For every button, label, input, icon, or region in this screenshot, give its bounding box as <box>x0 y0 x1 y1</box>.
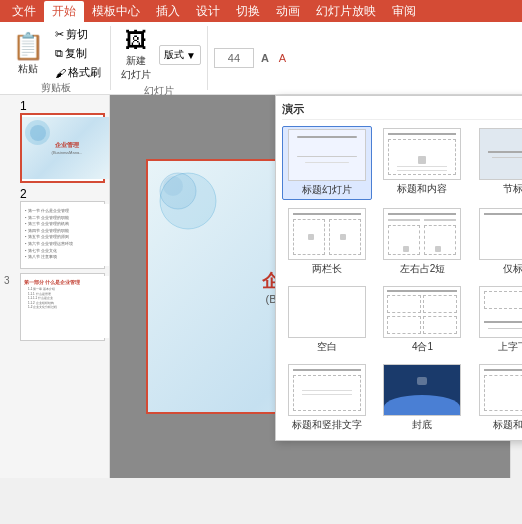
copy-button[interactable]: ⧉ 复制 <box>52 45 104 62</box>
slide-1-title: 企业管理 <box>55 141 79 150</box>
slide-3-preview: 第一部分 什么是企业管理 1-1 第一章 基本介绍 1.1.1 什么是管理 1.… <box>21 276 110 338</box>
format-brush-button[interactable]: 🖌 格式刷 <box>52 64 104 81</box>
slide-2-num: 2 <box>20 187 27 201</box>
slide-main: 企业管理培训 (BusinessManage...) 演示 标题幻灯片 <box>110 95 522 478</box>
lt-end-icon <box>417 377 427 385</box>
layout-item-vtitle[interactable]: 标题和文本 <box>473 362 522 434</box>
layout-name-tc: 标题和内容 <box>397 182 447 196</box>
layout-name-comp: 左右占2短 <box>400 262 446 276</box>
svg-point-2 <box>163 176 183 196</box>
lt-updown-sub <box>488 328 522 329</box>
lt-vert-content <box>293 375 361 411</box>
layout-section-label: 演示 <box>282 102 522 120</box>
lt-4on1-bl <box>387 316 421 334</box>
bold-button[interactable]: A <box>258 51 272 65</box>
ribbon-group-slides: 🖼 新建 幻灯片 版式 ▼ 幻灯片 <box>111 26 208 90</box>
slide-3-bg: 第一部分 什么是企业管理 1-1 第一章 基本介绍 1.1.1 什么是管理 1.… <box>21 276 110 338</box>
slide-2-line8: • 第八节 注意事项 <box>25 254 107 260</box>
lt-4on1-title <box>387 290 457 292</box>
lt-comp-title <box>388 213 456 215</box>
lt-section-line1 <box>488 151 522 153</box>
layout-button[interactable]: 版式 ▼ <box>159 45 201 65</box>
layout-item-title-slide[interactable]: 标题幻灯片 <box>282 126 372 200</box>
ribbon-content: 📋 粘贴 ✂ 剪切 ⧉ 复制 🖌 格式刷 <box>0 22 522 94</box>
menu-bar: 文件 开始 模板中心 插入 设计 切换 动画 幻灯片放映 审阅 <box>0 0 522 22</box>
menu-item-review[interactable]: 审阅 <box>384 1 424 22</box>
slide-1-preview: 企业管理 (BusinessMana... <box>22 117 110 179</box>
slide-2-line1: • 第一节 什么是企业管理 <box>25 208 107 214</box>
layout-label: 版式 <box>164 48 184 62</box>
scissors-icon: ✂ <box>55 28 64 41</box>
font-controls: A A <box>258 51 289 65</box>
layout-thumb-two <box>288 208 366 260</box>
lt-two-icon2 <box>340 234 346 240</box>
menu-item-insert[interactable]: 插入 <box>148 1 188 22</box>
font-size-box[interactable]: 44 <box>214 48 254 68</box>
layout-item-title-only[interactable]: 仅标题 <box>473 206 522 278</box>
layout-item-updown[interactable]: 上字下图 <box>473 284 522 356</box>
layout-name-updown: 上字下图 <box>498 340 522 354</box>
layout-thumb-section <box>479 128 522 180</box>
layout-item-4on1[interactable]: 4合1 <box>378 284 468 356</box>
layout-name-title-only: 仅标题 <box>503 262 522 276</box>
menu-item-home[interactable]: 开始 <box>44 1 84 22</box>
menu-item-design[interactable]: 设计 <box>188 1 228 22</box>
layout-item-tc[interactable]: 标题和内容 <box>378 126 468 200</box>
lt-two-icon1 <box>308 234 314 240</box>
copy-icon: ⧉ <box>55 47 63 60</box>
menu-item-switch[interactable]: 切换 <box>228 1 268 22</box>
font-color-button[interactable]: A <box>276 51 289 65</box>
layout-name-end: 封底 <box>412 418 432 432</box>
slide-thumb-3[interactable]: 第一部分 什么是企业管理 1-1 第一章 基本介绍 1.1.1 什么是管理 1.… <box>20 273 105 341</box>
lt-comp-rh <box>424 219 456 221</box>
lt-updown-top <box>484 291 522 309</box>
ribbon-rest: 44 A A <box>208 26 520 90</box>
lt-tc-line2 <box>397 170 447 171</box>
layout-item-vert[interactable]: 标题和竖排文字 <box>282 362 372 434</box>
layout-thumb-comp <box>383 208 461 260</box>
lt-vtitle-content <box>484 375 522 411</box>
slide-2-line6: • 第六节 企业管理运营环境 <box>25 241 107 247</box>
slide-2-container: 2 • 第一节 什么是企业管理 • 第二节 企业管理的职能 • 第三节 企业管理… <box>20 187 105 269</box>
cut-button[interactable]: ✂ 剪切 <box>52 26 104 43</box>
lt-title-bar-top <box>297 136 357 138</box>
layout-item-end[interactable]: 封底 <box>378 362 468 434</box>
slide-panel: 1 企业管理 (BusinessMana... 2 • 第一节 什么是 <box>0 95 110 478</box>
lt-updown-title <box>484 321 522 323</box>
new-slide-button[interactable]: 🖼 新建 幻灯片 <box>117 26 155 84</box>
menu-item-template[interactable]: 模板中心 <box>84 1 148 22</box>
menu-item-slideshow[interactable]: 幻灯片放映 <box>308 1 384 22</box>
layout-name-section: 节标题 <box>503 182 522 196</box>
layout-thumb-vtitle <box>479 364 522 416</box>
paste-button[interactable]: 📋 粘贴 <box>8 29 48 78</box>
layout-item-comp[interactable]: 左右占2短 <box>378 206 468 278</box>
slide-thumb-2[interactable]: • 第一节 什么是企业管理 • 第二节 企业管理的职能 • 第三节 企业管理的机… <box>20 201 105 269</box>
clipboard-inner: 📋 粘贴 ✂ 剪切 ⧉ 复制 🖌 格式刷 <box>8 26 104 81</box>
layout-item-section[interactable]: 节标题 <box>473 126 522 200</box>
menu-item-file[interactable]: 文件 <box>4 1 44 22</box>
slide-2-line7: • 第七节 企业文化 <box>25 248 107 254</box>
layout-item-two[interactable]: 两栏长 <box>282 206 372 278</box>
lt-4on1-br <box>423 316 457 334</box>
layout-thumb-tc <box>383 128 461 180</box>
lt-comp-li <box>403 246 409 252</box>
brush-icon: 🖌 <box>55 67 66 79</box>
layout-thumb-title-only <box>479 208 522 260</box>
layout-thumb-end <box>383 364 461 416</box>
lt-two-title <box>293 213 361 215</box>
slide-1-bg: 企业管理 (BusinessMana... <box>22 117 110 179</box>
lt-tc-content <box>388 139 456 175</box>
lt-tc-title <box>388 133 456 135</box>
paste-icon: 📋 <box>12 31 44 62</box>
layout-thumb-vert <box>288 364 366 416</box>
slide-thumb-1[interactable]: 企业管理 (BusinessMana... <box>20 113 105 183</box>
lt-4on1-tr <box>423 295 457 313</box>
layout-thumb-updown <box>479 286 522 338</box>
layout-name-title-slide: 标题幻灯片 <box>302 183 352 197</box>
layout-panel: 演示 标题幻灯片 <box>275 95 522 441</box>
lt-vert-lines2 <box>302 394 352 395</box>
slide-1-circle2 <box>30 125 46 141</box>
layout-arrow-icon: ▼ <box>186 50 196 61</box>
layout-item-blank[interactable]: 空白 <box>282 284 372 356</box>
menu-item-animate[interactable]: 动画 <box>268 1 308 22</box>
